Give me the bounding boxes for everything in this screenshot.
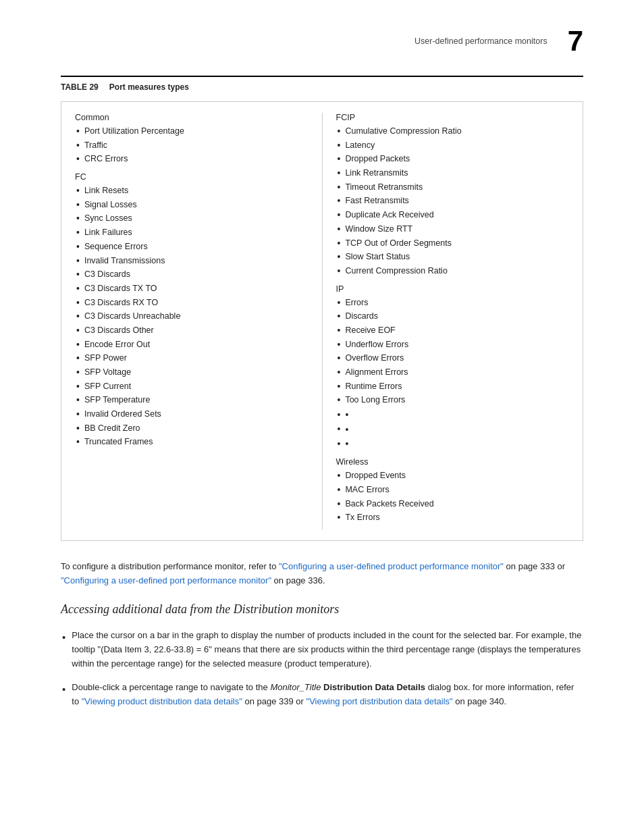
link-configure-product[interactable]: "Configuring a user-defined product perf… xyxy=(279,561,504,571)
list-item: Invalid Ordered Sets xyxy=(75,408,308,422)
link-configure-port[interactable]: "Configuring a user-defined port perform… xyxy=(61,575,271,585)
list-item: Underflow Errors xyxy=(336,338,570,353)
section-header-fcip: FCIP xyxy=(336,113,570,122)
list-item: Sync Losses xyxy=(75,212,308,226)
header-divider xyxy=(61,76,583,77)
bullet2-italic: Monitor_Title xyxy=(270,682,321,692)
body-list-item-1-text: Place the cursor on a bar in the graph t… xyxy=(72,629,583,671)
list-item: Latency xyxy=(336,139,570,153)
list-item-empty: • xyxy=(336,408,570,423)
body-text-before: To configure a distribution performance … xyxy=(61,561,279,571)
list-item: TCP Out of Order Segments xyxy=(336,237,570,251)
list-item: Invalid Transmissions xyxy=(75,255,308,269)
body-text-middle1: on page 333 or xyxy=(504,561,565,571)
list-item: SFP Voltage xyxy=(75,366,308,380)
list-item: BB Credit Zero xyxy=(75,422,308,436)
table-content: Common Port Utilization Percentage Traff… xyxy=(61,101,583,541)
body-list-item-2-content: Double-click a percentage range to navig… xyxy=(72,681,583,709)
list-item: SFP Current xyxy=(75,380,308,394)
list-item: C3 Discards Other xyxy=(75,324,308,338)
link-view-product[interactable]: "Viewing product distribution data detai… xyxy=(82,696,242,706)
list-item: Duplicate Ack Received xyxy=(336,209,570,223)
page-header: User-defined performance monitors 7 xyxy=(61,27,583,55)
fcip-list: Cumulative Compression Ratio Latency Dro… xyxy=(336,125,570,279)
col-right: FCIP Cumulative Compression Ratio Latenc… xyxy=(322,113,570,529)
list-item: Sequence Errors xyxy=(75,240,308,255)
body-list-item-2: Double-click a percentage range to navig… xyxy=(61,681,583,709)
list-item: Errors xyxy=(336,296,570,311)
list-item: Dropped Packets xyxy=(336,153,570,167)
list-item: Encode Error Out xyxy=(75,338,308,353)
bullet2-text-end: on page 340. xyxy=(453,696,507,706)
list-item-empty: • xyxy=(336,423,570,438)
body-list-item-1: Place the cursor on a bar in the graph t… xyxy=(61,629,583,671)
list-item: Truncated Frames xyxy=(75,436,308,450)
list-item: Tx Errors xyxy=(336,511,570,525)
list-item: C3 Discards RX TO xyxy=(75,296,308,311)
bullet2-text-before: Double-click a percentage range to navig… xyxy=(72,682,270,692)
bullet2-text-middle: on page 339 or xyxy=(242,696,306,706)
list-item: Cumulative Compression Ratio xyxy=(336,125,570,139)
ip-list: Errors Discards Receive EOF Underflow Er… xyxy=(336,296,570,452)
link-view-port[interactable]: "Viewing port distribution data details" xyxy=(306,696,453,706)
section-header-fc: FC xyxy=(75,172,308,182)
wireless-list: Dropped Events MAC Errors Back Packets R… xyxy=(336,469,570,525)
list-item: Discards xyxy=(336,310,570,324)
table-label: TABLE 29 xyxy=(61,82,99,92)
list-item: Link Retransmits xyxy=(336,167,570,181)
list-item: Current Compression Ratio xyxy=(336,265,570,279)
list-item: Window Size RTT xyxy=(336,223,570,237)
list-item: C3 Discards TX TO xyxy=(75,282,308,296)
page-number: 7 xyxy=(568,27,583,55)
list-item: C3 Discards xyxy=(75,268,308,282)
list-item: SFP Temperature xyxy=(75,394,308,408)
section-header-common: Common xyxy=(75,113,308,122)
list-item: CRC Errors xyxy=(75,153,308,167)
list-item: Traffic xyxy=(75,139,308,153)
list-item: Link Failures xyxy=(75,226,308,240)
list-item: Dropped Events xyxy=(336,469,570,484)
list-item: SFP Power xyxy=(75,352,308,366)
list-item: Runtime Errors xyxy=(336,380,570,394)
common-list: Port Utilization Percentage Traffic CRC … xyxy=(75,125,308,167)
table-caption: Port measures types xyxy=(109,82,189,92)
table-title-row: TABLE 29 Port measures types xyxy=(61,82,583,92)
body-bullet-list: Place the cursor on a bar in the graph t… xyxy=(61,629,583,708)
list-item: Link Resets xyxy=(75,184,308,199)
list-item: Fast Retransmits xyxy=(336,194,570,209)
list-item: Back Packets Received xyxy=(336,498,570,512)
list-item: Port Utilization Percentage xyxy=(75,125,308,139)
section-header-ip: IP xyxy=(336,284,570,294)
body-paragraph: To configure a distribution performance … xyxy=(61,560,583,588)
list-item: Receive EOF xyxy=(336,324,570,338)
bullet2-bold: Distribution Data Details xyxy=(321,682,425,692)
section-header-wireless: Wireless xyxy=(336,457,570,467)
list-item: C3 Discards Unreachable xyxy=(75,310,308,324)
list-item: Slow Start Status xyxy=(336,251,570,265)
list-item: Timeout Retransmits xyxy=(336,181,570,195)
section-title: User-defined performance monitors xyxy=(414,36,547,46)
col-left: Common Port Utilization Percentage Traff… xyxy=(75,113,322,529)
list-item: Alignment Errors xyxy=(336,366,570,380)
list-item-empty: • xyxy=(336,437,570,452)
fc-list: Link Resets Signal Losses Sync Losses Li… xyxy=(75,184,308,450)
body-text-middle2: on page 336. xyxy=(271,575,325,585)
page-container: User-defined performance monitors 7 TABL… xyxy=(0,0,644,758)
list-item: Too Long Errors xyxy=(336,394,570,408)
list-item: Overflow Errors xyxy=(336,352,570,366)
list-item: MAC Errors xyxy=(336,484,570,498)
section-heading: Accessing additional data from the Distr… xyxy=(61,602,583,617)
list-item: Signal Losses xyxy=(75,199,308,213)
